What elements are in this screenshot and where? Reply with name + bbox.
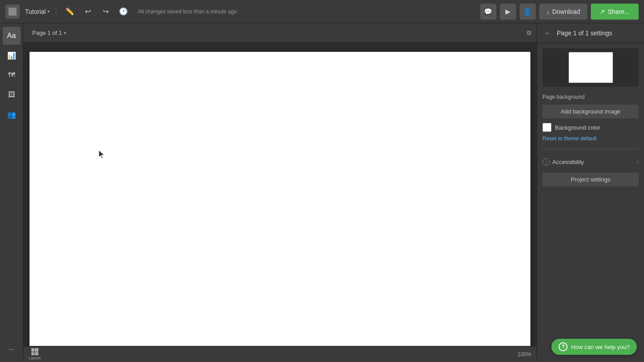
right-panel: ← Page 1 of 1 settings Page background A… [537,23,644,362]
right-panel-body: Page background Add background image Bac… [537,43,644,362]
canvas-page[interactable] [30,52,530,346]
page-background-label: Page background [542,94,639,100]
collaborate-button[interactable]: 👤 [520,4,536,20]
bottom-bar: Layout 100% [23,346,537,362]
section-divider [542,149,639,149]
page-preview-container [542,48,639,87]
project-settings-button[interactable]: Project settings [542,173,639,186]
toolbar-right-actions: 💬 ▶ 👤 ↓ Download ↗ Share... [480,4,639,20]
undo-button[interactable]: ↩ [80,4,95,19]
layout-grid-icon [31,348,38,355]
layout-label: Layout [29,356,41,360]
more-icon: ··· [8,345,14,354]
canvas-scroll-area[interactable] [23,43,537,346]
download-label: Download [552,8,580,15]
text-tool-icon: Aa [7,32,16,40]
info-icon: i [542,158,550,165]
image-icon: 🖼 [8,91,15,99]
autosave-status: All changes saved less than a minute ago [138,8,237,15]
edit-tool-button[interactable]: ✏️ [63,4,77,19]
chevron-down-icon: ▾ [47,9,50,14]
add-background-image-button[interactable]: Add background image [542,105,639,118]
sidebar-item-images[interactable]: 🖼 [3,86,21,104]
download-button[interactable]: ↓ Download [539,4,587,20]
back-button[interactable]: ← [542,27,553,39]
project-name-text: Tutorial [25,8,46,15]
sidebar-item-more[interactable]: ··· [3,341,21,358]
cursor-indicator [99,150,106,159]
left-sidebar: Aa 📊 🗺 🖼 👥 ··· [0,23,23,362]
canvas-toolbar: Page 1 of 1 ▾ ⧉ [23,23,537,43]
sidebar-item-text[interactable]: Aa [3,27,21,45]
reset-theme-link[interactable]: Reset to theme default [542,135,639,142]
right-panel-header: ← Page 1 of 1 settings [537,23,644,43]
present-button[interactable]: ▶ [500,4,516,20]
team-icon: 👥 [7,110,16,119]
sidebar-item-charts[interactable]: 📊 [3,46,21,64]
copy-page-icon[interactable]: ⧉ [527,29,531,37]
accessibility-accordion[interactable]: i Accessibility › [542,155,639,169]
page-indicator[interactable]: Page 1 of 1 ▾ [29,28,70,38]
chart-icon: 📊 [7,51,16,60]
toolbar-divider-1 [56,6,56,17]
main-area: Aa 📊 🗺 🖼 👥 ··· Page 1 of 1 ▾ ⧉ [0,23,644,362]
help-bubble-text: How can we help you? [571,344,630,350]
accessibility-label: Accessibility [552,159,584,165]
background-color-row: Background color [542,123,639,132]
accordion-chevron-icon: › [637,159,639,165]
project-name-button[interactable]: Tutorial ▾ [25,8,50,15]
background-color-label: Background color [555,124,600,131]
comment-button[interactable]: 💬 [480,4,496,20]
back-arrow-icon: ← [544,29,551,37]
panel-title: Page 1 of 1 settings [557,29,612,37]
project-settings-label: Project settings [571,176,610,183]
layout-button[interactable]: Layout [29,348,41,360]
history-button[interactable]: 🕐 [116,4,131,19]
share-icon: ↗ [600,8,605,15]
page-preview-thumbnail [568,52,613,83]
zoom-level-text: 100% [517,351,531,358]
share-button[interactable]: ↗ Share... [591,4,639,20]
help-bubble[interactable]: ? How can we help you? [551,339,637,355]
download-icon: ↓ [547,8,550,15]
map-icon: 🗺 [8,71,15,79]
share-label: Share... [608,8,630,15]
accessibility-row-left: i Accessibility [542,158,584,165]
add-bg-label: Add background image [561,108,621,115]
background-color-swatch[interactable] [542,123,551,132]
page-indicator-text: Page 1 of 1 [32,29,62,36]
redo-button[interactable]: ↪ [98,4,113,19]
canvas-area: Page 1 of 1 ▾ ⧉ [23,23,537,362]
sidebar-item-maps[interactable]: 🗺 [3,66,21,84]
app-logo[interactable] [5,4,20,19]
page-indicator-chevron: ▾ [64,30,66,35]
help-bubble-icon: ? [559,342,568,351]
sidebar-item-team[interactable]: 👥 [3,105,21,123]
top-toolbar: Tutorial ▾ ✏️ ↩ ↪ 🕐 All changes saved le… [0,0,644,23]
